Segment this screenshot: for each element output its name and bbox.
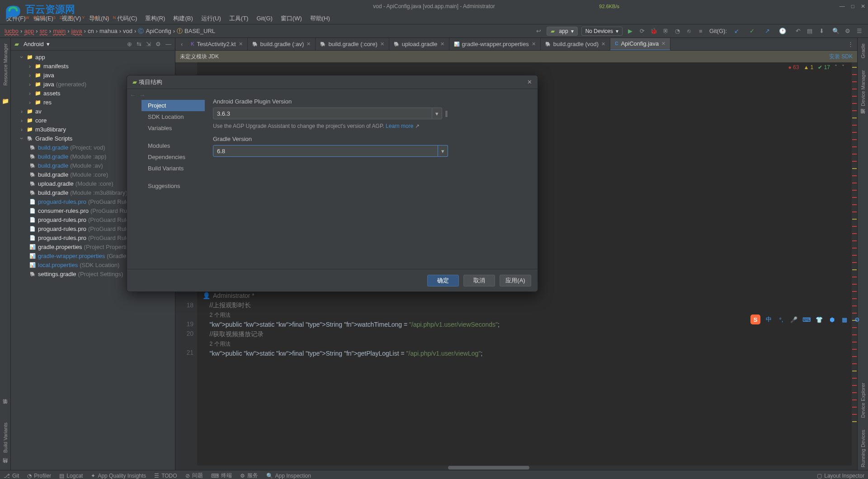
menu-item[interactable]: 运行(U) [198, 13, 225, 24]
editor-tab[interactable]: 📊gradle-wrapper.properties✕ [449, 38, 541, 51]
breadcrumb-item[interactable]: cn [86, 28, 96, 34]
learn-more-link[interactable]: Learn more [386, 123, 413, 129]
hide-icon[interactable]: — [165, 41, 171, 47]
settings-icon[interactable]: ⚙ [843, 26, 853, 36]
bottom-tool-layout-inspector[interactable]: ▢Layout Inspector [817, 473, 864, 479]
ime-settings-icon[interactable]: ⚙ [853, 315, 862, 324]
bottom-tool-git[interactable]: ⎇Git [4, 473, 19, 479]
bottom-tool-app-inspection[interactable]: 🔍App Inspection [266, 473, 311, 479]
breadcrumb-item[interactable]: app [22, 28, 36, 34]
collapse-icon[interactable]: ⇲ [146, 41, 151, 47]
git-commit-icon[interactable]: ✓ [747, 26, 757, 36]
menu-item[interactable]: 窗口(W) [277, 13, 306, 24]
dialog-side-item[interactable]: Modules [142, 140, 205, 151]
error-stripe[interactable] [852, 62, 857, 465]
git-rollback-icon[interactable]: ↶ [793, 26, 803, 36]
dialog-back-icon[interactable]: ← [130, 92, 136, 99]
breadcrumb-item[interactable]: mahua [98, 28, 119, 34]
rail-bookmarks[interactable]: 书签 [2, 405, 9, 411]
tab-close-icon[interactable]: ✕ [532, 41, 536, 47]
rail-project-icon[interactable]: 📁 [2, 98, 9, 104]
gradle-version-combo[interactable]: ▾ [213, 145, 448, 157]
tab-close-icon[interactable]: ✕ [440, 41, 444, 47]
dialog-side-item[interactable]: SDK Location [142, 111, 205, 122]
rail-resource-manager[interactable]: Resource Manager [3, 41, 8, 89]
menu-item[interactable]: 代码(C) [113, 13, 141, 24]
ime-toolbox-icon[interactable]: ⬢ [827, 315, 836, 324]
breadcrumb-item[interactable]: src [38, 28, 49, 34]
debug-icon[interactable]: 🐞 [649, 26, 659, 36]
chevron-down-icon[interactable]: ▾ [438, 145, 448, 157]
tab-more-icon[interactable]: ⋮ [844, 41, 857, 47]
bottom-tool-服务[interactable]: ⚙服务 [240, 472, 258, 479]
agp-version-combo[interactable]: ▾ ‖ [213, 108, 448, 119]
ime-grid-icon[interactable]: ▦ [840, 315, 849, 324]
ime-toolbar[interactable]: S 中 °, 🎤 ⌨ 👕 ⬢ ▦ ⚙ [748, 313, 864, 326]
agp-version-input[interactable] [213, 108, 432, 119]
apply-changes-icon[interactable]: ⟳ [637, 26, 647, 36]
bottom-tool-todo[interactable]: ☰TODO [154, 473, 177, 479]
install-sdk-link[interactable]: 安装 SDK [829, 53, 853, 61]
tab-close-icon[interactable]: ✕ [307, 41, 311, 47]
profile-icon[interactable]: ◔ [672, 26, 682, 36]
close-icon[interactable]: ✕ [861, 3, 865, 9]
rail-device-manager[interactable]: Device Manager [860, 67, 866, 109]
tab-close-icon[interactable]: ✕ [380, 41, 384, 47]
dialog-close-icon[interactable]: ✕ [527, 79, 532, 85]
attach-icon[interactable]: ⎋ [684, 26, 694, 36]
breadcrumb-item[interactable]: vod [121, 28, 134, 34]
minimize-icon[interactable]: — [840, 3, 845, 9]
tab-close-icon[interactable]: ✕ [601, 41, 605, 47]
git-push-icon[interactable]: ↗ [762, 26, 772, 36]
project-view-selector[interactable]: ▰ Android ▾ [14, 41, 50, 47]
rail-notifications[interactable]: 通知 [859, 115, 866, 121]
rail-device-explorer[interactable]: Device Explorer [860, 380, 866, 421]
maximize-icon[interactable]: □ [851, 3, 854, 9]
account-icon[interactable]: ☰ [854, 26, 864, 36]
tree-node[interactable]: 📁manifests [11, 61, 175, 70]
dialog-side-item[interactable]: Dependencies [142, 151, 205, 163]
rail-structure[interactable]: 结构 [2, 465, 9, 470]
dialog-side-item[interactable]: Variables [142, 122, 205, 134]
breadcrumb-item[interactable]: main [51, 28, 67, 34]
prev-highlight-icon[interactable]: ˄ [835, 64, 837, 70]
next-highlight-icon[interactable]: ˅ [842, 64, 844, 70]
ok-button[interactable]: 确定 [427, 275, 459, 286]
breadcrumb-item[interactable]: ⓕ BASE_URL [175, 27, 217, 35]
bottom-tool-问题[interactable]: ⊘问题 [185, 472, 203, 479]
editor-tab[interactable]: 🐘build.gradle (:core)✕ [316, 38, 389, 51]
ime-punct-icon[interactable]: °, [777, 315, 786, 324]
bottom-tool-logcat[interactable]: ▤Logcat [59, 473, 83, 479]
expand-icon[interactable]: ⇆ [137, 41, 142, 47]
menu-item[interactable]: 构建(B) [170, 13, 196, 24]
bottom-tool-终端[interactable]: ⌨终端 [211, 472, 232, 479]
coverage-icon[interactable]: ⛨ [660, 26, 670, 36]
tab-scroll-left-icon[interactable]: ‹ [177, 41, 186, 47]
sogou-icon[interactable]: S [750, 315, 760, 324]
ime-skin-icon[interactable]: 👕 [815, 315, 824, 324]
ime-voice-icon[interactable]: 🎤 [789, 315, 798, 324]
gradle-version-input[interactable] [213, 145, 438, 157]
dialog-side-item[interactable]: Suggestions [142, 180, 205, 192]
menu-item[interactable]: 工具(T) [226, 13, 252, 24]
menu-item[interactable]: 帮助(H) [307, 13, 334, 24]
tab-close-icon[interactable]: ✕ [239, 41, 243, 47]
menu-item[interactable]: 重构(R) [142, 13, 169, 24]
chevron-down-icon[interactable]: ▾ [432, 108, 442, 119]
editor-tab[interactable]: CApiConfig.java✕ [610, 38, 670, 51]
bottom-tool-app-quality-insights[interactable]: ✦App Quality Insights [91, 473, 146, 479]
bottom-tool-profiler[interactable]: ◔Profiler [27, 473, 51, 479]
search-icon[interactable]: 🔍 [831, 26, 841, 36]
agp-extra-icon[interactable]: ‖ [445, 110, 448, 117]
editor-tab[interactable]: 🐘upload.gradle✕ [389, 38, 449, 51]
stop-icon[interactable]: ■ [696, 26, 706, 36]
git-history-icon[interactable]: 🕐 [778, 26, 788, 36]
editor-tab[interactable]: 🐘build.gradle (vod)✕ [541, 38, 610, 51]
rail-gradle[interactable]: Gradle [860, 41, 866, 61]
apply-button[interactable]: 应用(A) [500, 275, 531, 286]
tab-close-icon[interactable]: ✕ [661, 41, 665, 47]
rail-build-variants[interactable]: Build Variants [3, 420, 8, 456]
cancel-button[interactable]: 取消 [463, 275, 495, 286]
dialog-side-item[interactable]: Build Variants [142, 163, 205, 174]
run-icon[interactable]: ▶ [625, 26, 635, 36]
